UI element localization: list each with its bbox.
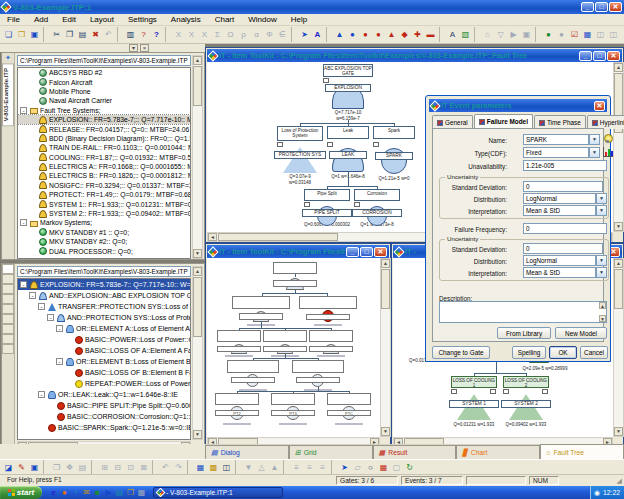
ft-node-desc[interactable]: Pipe Split — [304, 189, 350, 201]
tree-row[interactable]: Falcon Aircraft — [18, 77, 190, 86]
stack-icon-2[interactable]: ≡ — [303, 460, 316, 475]
module-tab[interactable] — [2, 314, 14, 324]
scroll-up-icon[interactable]: ▲ — [193, 267, 202, 276]
resize-grip-icon[interactable]: ◢ — [617, 477, 622, 485]
menu-item[interactable]: Edit — [55, 14, 83, 26]
interpretation-combobox[interactable]: Mean & StD — [523, 267, 596, 278]
spelling-button[interactable]: Spelling — [512, 346, 546, 359]
event-triangle-icon[interactable]: ▲ — [385, 27, 398, 42]
quicklaunch-browser-icon[interactable]: e — [48, 487, 59, 498]
ok-button[interactable]: OK — [549, 346, 577, 359]
tree-row[interactable]: BDD (Binary Decision Diagram):: FR=0;:: … — [18, 134, 190, 143]
scroll-up-icon[interactable]: ▲ — [614, 63, 623, 72]
window-vscrollbar[interactable]: ▲ ▼ — [613, 258, 624, 437]
ft2-node-name[interactable]: PT3 — [271, 410, 315, 416]
description-textarea[interactable] — [439, 301, 607, 323]
select-frame-icon[interactable]: ▢ — [390, 460, 403, 475]
gate-transfer-icon[interactable]: ▲ — [333, 27, 346, 42]
grid-icon[interactable]: ▦ — [581, 27, 594, 42]
menu-item[interactable]: Analysis — [164, 14, 208, 26]
scroll-up-icon[interactable]: ▲ — [381, 259, 390, 268]
frame-icon[interactable]: ▱ — [351, 460, 364, 475]
gate-and-icon[interactable]: ● — [346, 27, 359, 42]
unavailability-field[interactable]: 1.21e-005 — [523, 160, 607, 171]
tree-row[interactable]: PROTECT:: FR=1.49;:: Q=0.0179:: MTBF=0.6… — [18, 190, 190, 199]
dialog-tab[interactable]: General — [432, 115, 473, 129]
grid-toggle-icon[interactable]: ▦ — [194, 460, 207, 475]
level-up-icon[interactable]: ▲ — [268, 460, 281, 475]
module-tab[interactable] — [2, 304, 14, 314]
level-mid-icon[interactable]: △ — [255, 460, 268, 475]
scroll-down-icon[interactable]: ▼ — [381, 427, 390, 436]
tree-row[interactable]: TRAIN DE-RAIL:: FR=0.1103;:: Q=0.001044:… — [18, 143, 190, 152]
align-icon-1[interactable]: ⌂ — [481, 27, 494, 42]
scroll-thumb[interactable] — [614, 269, 623, 309]
open-icon[interactable]: ❒ — [15, 27, 28, 42]
event-basic2-icon[interactable]: ● — [372, 27, 385, 42]
minimize-button[interactable]: _ — [579, 51, 592, 61]
tree-row[interactable]: BASIC::CORROSION::Corrosion::Q=1::w=2.57… — [18, 411, 190, 422]
maximize-button[interactable]: □ — [360, 247, 373, 257]
scroll-down-icon[interactable]: ▼ — [193, 249, 202, 258]
scroll-thumb[interactable] — [193, 277, 202, 337]
help-icon[interactable]: ? — [150, 27, 163, 42]
maximize-button[interactable]: □ — [593, 51, 606, 61]
tree-row[interactable]: MKV STANDBY #1 :: Q=0; — [18, 228, 190, 237]
toolbar-button[interactable] — [291, 27, 296, 42]
close-button[interactable]: ✕ — [374, 247, 387, 257]
chevron-down-icon[interactable]: ▼ — [596, 193, 607, 204]
chevron-down-icon[interactable]: ▼ — [589, 147, 600, 158]
ft-node-desc[interactable]: Corrosion — [354, 189, 400, 201]
analysis-icon-1[interactable]: X — [172, 27, 185, 42]
tree-row[interactable]: COOLING:: FR=1.87;:: Q=0.01932:: MTBF=0.… — [18, 153, 190, 162]
tree-row[interactable]: ELECTRICS A:: FR=0.1668;:: Q=0.0001655::… — [18, 162, 190, 171]
node-edit-icon[interactable]: ✎ — [15, 460, 28, 475]
tray-icon[interactable]: ◉ — [594, 489, 600, 497]
tree-row[interactable]: - AND::PROTECTION SYS::Loss of Protectio… — [18, 312, 190, 323]
ft-node-name[interactable]: LEAK — [329, 151, 367, 159]
expander-icon[interactable]: - — [47, 314, 54, 321]
toolbar-button[interactable] — [535, 27, 540, 42]
toolbar-button[interactable] — [165, 27, 170, 42]
toolbar-button[interactable] — [43, 460, 48, 475]
toolbar-button[interactable] — [283, 460, 288, 475]
tree-row[interactable]: BASIC::POWER::Loss of Power::Q=1e-5::w= — [18, 334, 190, 345]
menu-item[interactable]: Add — [27, 14, 55, 26]
toolbar-button[interactable] — [439, 27, 444, 42]
zoom2-icon[interactable]: ○ — [364, 460, 377, 475]
start-button[interactable]: start — [0, 486, 42, 499]
document-tab[interactable]: ⌂Fault Tree — [540, 444, 624, 459]
tree-row[interactable]: - OR::ELEMENT B::Loss of Element B::Q=0.… — [18, 356, 190, 367]
tree-row[interactable]: Naval Aircraft Carrier — [18, 96, 190, 105]
layout-icon[interactable]: ▤ — [76, 460, 89, 475]
toolbar-button[interactable] — [326, 27, 331, 42]
ft3-node-desc[interactable]: LOSS OF COOLING 2 — [503, 376, 549, 388]
scroll-up-icon[interactable]: ▲ — [599, 302, 606, 309]
toolbar-button[interactable] — [331, 460, 336, 475]
fit-icon[interactable]: ⊡ — [124, 460, 137, 475]
ft3-node-name[interactable]: SYSTEM 1 — [449, 400, 499, 408]
tree-row[interactable]: - TRANSFER::PROTECTION SYS::Loss of Prot… — [18, 301, 190, 312]
expander-icon[interactable]: - — [20, 219, 27, 226]
module-tab[interactable] — [2, 294, 14, 304]
scroll-down-icon[interactable]: ▼ — [193, 430, 202, 439]
tree-row[interactable]: Mobile Phone — [18, 87, 190, 96]
quicklaunch-media-icon[interactable]: ▶ — [103, 487, 114, 498]
expander-icon[interactable]: - — [56, 325, 63, 332]
distribution-combobox[interactable]: LogNormal — [523, 193, 596, 204]
pane-icon-1[interactable]: ◫ — [594, 27, 607, 42]
tree-row[interactable]: ABCSYS RBD #2 — [18, 68, 190, 77]
dock-collapse-icon[interactable]: ▾ — [129, 44, 138, 52]
analysis-icon-5[interactable]: Ω — [224, 27, 237, 42]
refresh-icon[interactable]: ↻ — [403, 460, 416, 475]
document-tab[interactable]: ⊞Grid — [289, 445, 373, 459]
expander-icon[interactable]: - — [20, 107, 27, 114]
status-gray-icon[interactable]: ● — [555, 27, 568, 42]
redo2-icon[interactable]: ↷ — [172, 460, 185, 475]
chevron-down-icon[interactable]: ▼ — [596, 205, 607, 216]
quicklaunch-firefox-icon[interactable]: ● — [59, 487, 70, 498]
dialog-tab[interactable]: Hyperlinks — [587, 115, 624, 129]
new-icon[interactable]: ❏ — [2, 27, 15, 42]
new-model-button[interactable]: New Model — [555, 327, 607, 339]
fault-tree-canvas-2[interactable]: PT2 PT3 PTC — [207, 258, 380, 437]
